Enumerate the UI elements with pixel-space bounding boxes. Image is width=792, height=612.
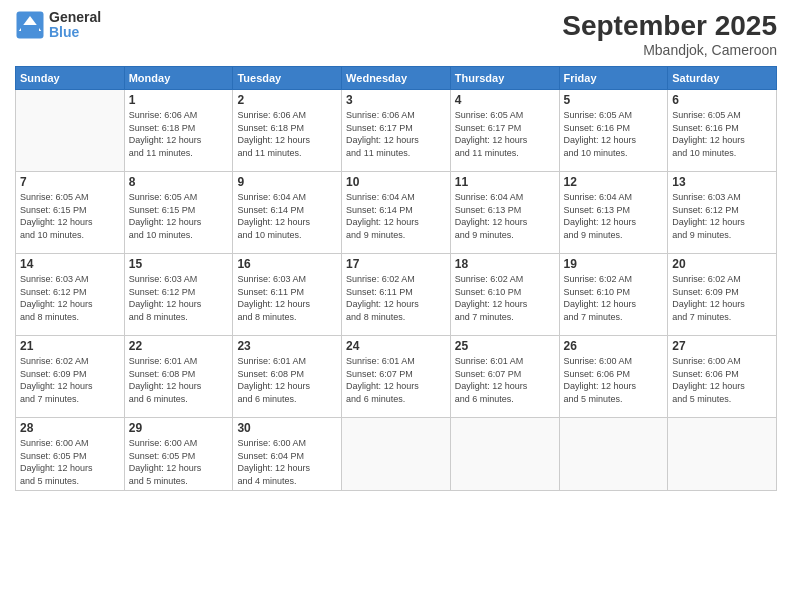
table-row: 2Sunrise: 6:06 AMSunset: 6:18 PMDaylight…: [233, 90, 342, 172]
day-info: Sunrise: 6:06 AMSunset: 6:18 PMDaylight:…: [237, 109, 337, 159]
day-number: 6: [672, 93, 772, 107]
table-row: [450, 418, 559, 491]
day-info: Sunrise: 6:00 AMSunset: 6:05 PMDaylight:…: [129, 437, 229, 487]
day-info: Sunrise: 6:01 AMSunset: 6:07 PMDaylight:…: [455, 355, 555, 405]
day-info: Sunrise: 6:03 AMSunset: 6:12 PMDaylight:…: [129, 273, 229, 323]
table-row: 8Sunrise: 6:05 AMSunset: 6:15 PMDaylight…: [124, 172, 233, 254]
day-info: Sunrise: 6:05 AMSunset: 6:15 PMDaylight:…: [20, 191, 120, 241]
day-number: 27: [672, 339, 772, 353]
table-row: 7Sunrise: 6:05 AMSunset: 6:15 PMDaylight…: [16, 172, 125, 254]
day-number: 24: [346, 339, 446, 353]
day-number: 7: [20, 175, 120, 189]
day-number: 16: [237, 257, 337, 271]
title-block: September 2025 Mbandjok, Cameroon: [562, 10, 777, 58]
table-row: 5Sunrise: 6:05 AMSunset: 6:16 PMDaylight…: [559, 90, 668, 172]
day-info: Sunrise: 6:01 AMSunset: 6:07 PMDaylight:…: [346, 355, 446, 405]
day-number: 9: [237, 175, 337, 189]
table-row: 30Sunrise: 6:00 AMSunset: 6:04 PMDayligh…: [233, 418, 342, 491]
table-row: 12Sunrise: 6:04 AMSunset: 6:13 PMDayligh…: [559, 172, 668, 254]
table-row: 22Sunrise: 6:01 AMSunset: 6:08 PMDayligh…: [124, 336, 233, 418]
day-info: Sunrise: 6:01 AMSunset: 6:08 PMDaylight:…: [129, 355, 229, 405]
day-number: 30: [237, 421, 337, 435]
col-sunday: Sunday: [16, 67, 125, 90]
day-number: 20: [672, 257, 772, 271]
day-number: 11: [455, 175, 555, 189]
day-number: 18: [455, 257, 555, 271]
day-info: Sunrise: 6:04 AMSunset: 6:13 PMDaylight:…: [455, 191, 555, 241]
table-row: 17Sunrise: 6:02 AMSunset: 6:11 PMDayligh…: [342, 254, 451, 336]
day-info: Sunrise: 6:03 AMSunset: 6:11 PMDaylight:…: [237, 273, 337, 323]
day-info: Sunrise: 6:02 AMSunset: 6:10 PMDaylight:…: [455, 273, 555, 323]
logo: General Blue: [15, 10, 101, 41]
day-info: Sunrise: 6:05 AMSunset: 6:16 PMDaylight:…: [564, 109, 664, 159]
header: General Blue September 2025 Mbandjok, Ca…: [15, 10, 777, 58]
table-row: 9Sunrise: 6:04 AMSunset: 6:14 PMDaylight…: [233, 172, 342, 254]
table-row: 23Sunrise: 6:01 AMSunset: 6:08 PMDayligh…: [233, 336, 342, 418]
day-info: Sunrise: 6:00 AMSunset: 6:04 PMDaylight:…: [237, 437, 337, 487]
table-row: 18Sunrise: 6:02 AMSunset: 6:10 PMDayligh…: [450, 254, 559, 336]
svg-rect-2: [21, 25, 39, 33]
col-thursday: Thursday: [450, 67, 559, 90]
table-row: [559, 418, 668, 491]
day-info: Sunrise: 6:05 AMSunset: 6:15 PMDaylight:…: [129, 191, 229, 241]
table-row: [668, 418, 777, 491]
page: General Blue September 2025 Mbandjok, Ca…: [0, 0, 792, 612]
table-row: 28Sunrise: 6:00 AMSunset: 6:05 PMDayligh…: [16, 418, 125, 491]
day-number: 1: [129, 93, 229, 107]
day-info: Sunrise: 6:00 AMSunset: 6:05 PMDaylight:…: [20, 437, 120, 487]
day-number: 26: [564, 339, 664, 353]
table-row: [16, 90, 125, 172]
day-number: 25: [455, 339, 555, 353]
day-info: Sunrise: 6:04 AMSunset: 6:13 PMDaylight:…: [564, 191, 664, 241]
table-row: 24Sunrise: 6:01 AMSunset: 6:07 PMDayligh…: [342, 336, 451, 418]
day-number: 5: [564, 93, 664, 107]
day-number: 19: [564, 257, 664, 271]
logo-text: General Blue: [49, 10, 101, 41]
day-number: 23: [237, 339, 337, 353]
day-info: Sunrise: 6:03 AMSunset: 6:12 PMDaylight:…: [20, 273, 120, 323]
table-row: 29Sunrise: 6:00 AMSunset: 6:05 PMDayligh…: [124, 418, 233, 491]
table-row: 11Sunrise: 6:04 AMSunset: 6:13 PMDayligh…: [450, 172, 559, 254]
day-number: 2: [237, 93, 337, 107]
table-row: 4Sunrise: 6:05 AMSunset: 6:17 PMDaylight…: [450, 90, 559, 172]
table-row: 14Sunrise: 6:03 AMSunset: 6:12 PMDayligh…: [16, 254, 125, 336]
day-number: 4: [455, 93, 555, 107]
table-row: 3Sunrise: 6:06 AMSunset: 6:17 PMDaylight…: [342, 90, 451, 172]
day-info: Sunrise: 6:00 AMSunset: 6:06 PMDaylight:…: [564, 355, 664, 405]
col-wednesday: Wednesday: [342, 67, 451, 90]
table-row: 19Sunrise: 6:02 AMSunset: 6:10 PMDayligh…: [559, 254, 668, 336]
day-info: Sunrise: 6:06 AMSunset: 6:17 PMDaylight:…: [346, 109, 446, 159]
day-info: Sunrise: 6:03 AMSunset: 6:12 PMDaylight:…: [672, 191, 772, 241]
day-number: 22: [129, 339, 229, 353]
location: Mbandjok, Cameroon: [562, 42, 777, 58]
logo-icon: [15, 10, 45, 40]
table-row: 26Sunrise: 6:00 AMSunset: 6:06 PMDayligh…: [559, 336, 668, 418]
day-number: 12: [564, 175, 664, 189]
logo-line2: Blue: [49, 25, 101, 40]
table-row: 13Sunrise: 6:03 AMSunset: 6:12 PMDayligh…: [668, 172, 777, 254]
col-monday: Monday: [124, 67, 233, 90]
calendar: Sunday Monday Tuesday Wednesday Thursday…: [15, 66, 777, 491]
table-row: 25Sunrise: 6:01 AMSunset: 6:07 PMDayligh…: [450, 336, 559, 418]
day-number: 17: [346, 257, 446, 271]
day-number: 8: [129, 175, 229, 189]
table-row: 20Sunrise: 6:02 AMSunset: 6:09 PMDayligh…: [668, 254, 777, 336]
day-info: Sunrise: 6:04 AMSunset: 6:14 PMDaylight:…: [237, 191, 337, 241]
day-info: Sunrise: 6:02 AMSunset: 6:11 PMDaylight:…: [346, 273, 446, 323]
day-number: 15: [129, 257, 229, 271]
day-info: Sunrise: 6:05 AMSunset: 6:16 PMDaylight:…: [672, 109, 772, 159]
month-year: September 2025: [562, 10, 777, 42]
day-info: Sunrise: 6:04 AMSunset: 6:14 PMDaylight:…: [346, 191, 446, 241]
day-info: Sunrise: 6:00 AMSunset: 6:06 PMDaylight:…: [672, 355, 772, 405]
table-row: 6Sunrise: 6:05 AMSunset: 6:16 PMDaylight…: [668, 90, 777, 172]
col-friday: Friday: [559, 67, 668, 90]
day-number: 10: [346, 175, 446, 189]
day-number: 28: [20, 421, 120, 435]
col-tuesday: Tuesday: [233, 67, 342, 90]
day-number: 29: [129, 421, 229, 435]
day-info: Sunrise: 6:05 AMSunset: 6:17 PMDaylight:…: [455, 109, 555, 159]
table-row: 27Sunrise: 6:00 AMSunset: 6:06 PMDayligh…: [668, 336, 777, 418]
logo-line1: General: [49, 10, 101, 25]
col-saturday: Saturday: [668, 67, 777, 90]
table-row: 15Sunrise: 6:03 AMSunset: 6:12 PMDayligh…: [124, 254, 233, 336]
